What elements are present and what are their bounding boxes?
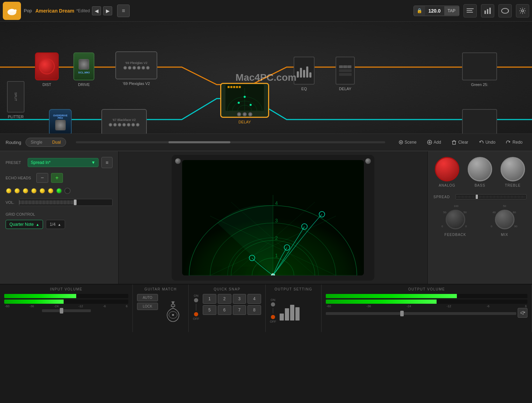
preset-options-button[interactable]: ≡ <box>101 157 113 168</box>
routing-actions: Scene Add Clear Undo Redo <box>395 138 526 147</box>
dual-mode-button[interactable]: Dual <box>47 138 66 146</box>
output-off-label: OFF <box>270 320 276 323</box>
drive-bottom-module[interactable]: OVERDRIVEPRO DRIVE <box>49 109 72 134</box>
preset-selector[interactable]: Spread In* ▼ <box>28 158 99 167</box>
preset-dropdown-arrow: ▼ <box>91 160 95 165</box>
grid-control-label: GRID CONTROL <box>6 212 35 216</box>
snap-btn-6[interactable]: 6 <box>218 305 231 315</box>
snap-btn-3[interactable]: 3 <box>233 294 246 304</box>
stats-button[interactable] <box>481 4 494 17</box>
amp-plexiglas-box: '69 Plexiglas V2 <box>115 51 157 79</box>
add-button[interactable]: Add <box>423 138 445 147</box>
eq-module[interactable]: EQ <box>294 57 315 91</box>
bass-knob[interactable] <box>468 157 492 181</box>
output-on-led[interactable] <box>271 302 275 307</box>
amp-plexiglas-module[interactable]: '69 Plexiglas V2 '69 Plexiglas V2 <box>115 51 157 86</box>
bass-knob-label: BASS <box>475 183 486 187</box>
amp-status-leds <box>228 86 241 88</box>
treble-knob[interactable] <box>501 157 525 181</box>
grid-fraction-selector[interactable]: 1/4 ▲ <box>46 220 65 229</box>
led-8[interactable] <box>64 188 71 194</box>
snap-on-led[interactable] <box>194 298 198 302</box>
out-bar-3 <box>290 305 294 321</box>
echo-heads-minus-button[interactable]: − <box>36 173 48 183</box>
next-preset-button[interactable]: ▶ <box>103 6 112 15</box>
snap-btn-1[interactable]: 1 <box>203 294 216 304</box>
undo-button[interactable]: Undo <box>475 138 499 147</box>
led-1[interactable] <box>6 188 12 194</box>
spread-slider-thumb <box>476 195 478 199</box>
delay-active-module[interactable]: DELAY <box>220 83 269 124</box>
led-6[interactable] <box>48 188 54 194</box>
scrollbar-thumb <box>168 141 230 143</box>
snap-off-led[interactable] <box>194 312 198 316</box>
treble-knob-group: TREBLE <box>501 157 525 187</box>
prev-preset-button[interactable]: ◀ <box>92 6 101 15</box>
radar-display[interactable]: 4 3 2 1 <box>182 160 364 275</box>
scene-button[interactable]: Scene <box>395 138 420 147</box>
bpm-tap-button[interactable]: TAP <box>444 6 459 15</box>
svg-point-7 <box>522 10 524 12</box>
amp-plexiglas-header: '69 Plexiglas V2 <box>125 61 148 65</box>
led-5[interactable] <box>39 188 45 194</box>
loop-button[interactable] <box>498 4 512 17</box>
bpm-lock-icon[interactable]: 🔒 <box>414 6 425 15</box>
snap-btn-7[interactable]: 7 <box>233 305 246 315</box>
grid-control-section: GRID CONTROL Quarter Note ▲ 1/4 ▲ <box>6 211 113 229</box>
lyrics-button[interactable] <box>463 4 477 17</box>
splitter-module[interactable]: SPLIT PLITTER <box>7 81 24 119</box>
led-4[interactable] <box>31 188 37 194</box>
routing-mode-toggle: Single Dual <box>26 138 66 147</box>
output-fader-track[interactable] <box>326 312 516 315</box>
echo-heads-plus-button[interactable]: + <box>51 173 63 183</box>
drive-top-module[interactable]: SCL.MKI DRIVE <box>73 52 94 87</box>
snap-btn-2[interactable]: 2 <box>218 294 231 304</box>
led-3[interactable] <box>22 188 29 194</box>
chain-scrollbar[interactable] <box>76 141 385 143</box>
grid-note-selector[interactable]: Quarter Note ▲ <box>6 220 43 229</box>
eq-bar-2 <box>300 68 302 78</box>
settings-button[interactable] <box>516 4 529 17</box>
preset-name: American Dream <box>35 8 74 14</box>
led-7[interactable] <box>56 188 62 194</box>
spread-slider[interactable] <box>455 194 526 199</box>
volume-slider[interactable] <box>19 199 113 206</box>
preset-select-row: PRESET Spread In* ▼ ≡ <box>6 157 113 168</box>
splitter-label: SPLIT <box>14 92 17 101</box>
svg-text:1: 1 <box>275 253 278 258</box>
tick-neg12: -12 <box>79 304 83 308</box>
auto-button[interactable]: AUTO <box>137 294 158 301</box>
out-tick-6: 6 <box>525 304 527 308</box>
snap-btn-4[interactable]: 4 <box>247 294 261 304</box>
single-mode-button[interactable]: Single <box>26 138 47 146</box>
out-bar-2 <box>285 308 289 321</box>
feedback-knob[interactable] <box>446 210 465 229</box>
mute-button[interactable] <box>518 308 527 318</box>
echo-heads-label: ECHO HEADS <box>6 176 34 180</box>
mix-knob[interactable] <box>495 210 515 229</box>
analog-knob[interactable] <box>435 157 459 181</box>
snap-btn-5[interactable]: 5 <box>203 305 216 315</box>
vol-label: VOL. <box>6 200 16 204</box>
preset-menu-button[interactable]: ≡ <box>117 5 130 17</box>
amp-knob-4 <box>137 66 141 70</box>
scene-icon <box>399 140 403 144</box>
cab-green2-module[interactable]: Green25 <box>462 109 497 134</box>
output-off-led[interactable] <box>271 315 275 319</box>
clear-button[interactable]: Clear <box>448 138 472 147</box>
redo-button[interactable]: Redo <box>502 138 526 147</box>
cab-green1-module[interactable]: Green 25: <box>462 52 497 87</box>
input-fader-track[interactable] <box>42 309 91 312</box>
amp-knob-5 <box>142 66 145 70</box>
dist-module[interactable]: DIST <box>35 52 59 87</box>
feedback-knob-group: 0 50 100 50 0 FEEDBACK <box>443 206 468 237</box>
lock-button[interactable]: LOCK <box>137 303 158 310</box>
logo-button[interactable] <box>3 2 21 20</box>
snap-btn-8[interactable]: 8 <box>247 305 261 315</box>
bf-knob-3 <box>118 123 121 127</box>
bpm-value: 120.0 <box>425 6 444 16</box>
led-2[interactable] <box>14 188 20 194</box>
amp-blackface-module[interactable]: '67 Blackface V2 '67 Blackface V2 <box>101 109 147 134</box>
delay2-module[interactable]: DELAY <box>336 57 355 91</box>
svg-text:50: 50 <box>503 204 506 208</box>
